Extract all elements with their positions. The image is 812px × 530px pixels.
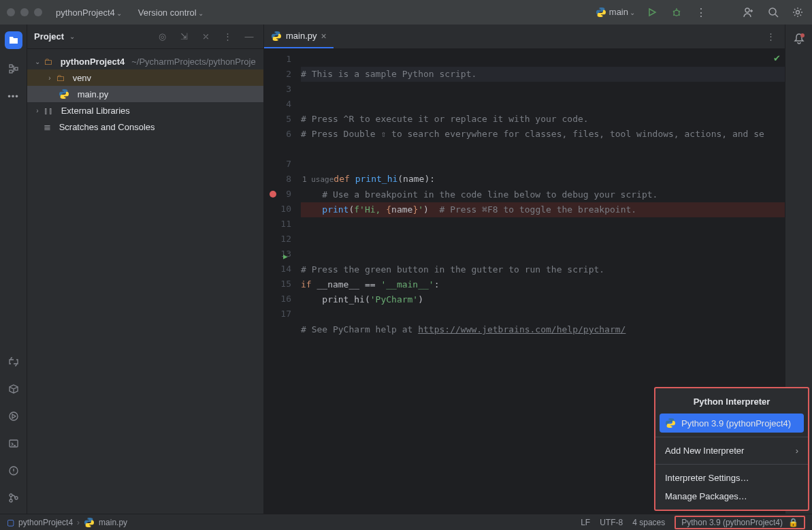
- add-interpreter[interactable]: Add New Interpreter›: [655, 441, 808, 460]
- interpreter-popup: Python Interpreter Python 3.9 (pythonPro…: [654, 387, 809, 511]
- structure-icon[interactable]: [6, 61, 21, 76]
- close-icon[interactable]: ×: [321, 31, 327, 42]
- usage-hint[interactable]: 1 usage: [301, 175, 334, 184]
- lock-icon: 🔒: [788, 518, 798, 527]
- run-icon[interactable]: [645, 5, 660, 20]
- breakpoint-icon[interactable]: [270, 191, 276, 198]
- add-user-icon[interactable]: [741, 5, 756, 20]
- more-icon[interactable]: ⋮: [694, 5, 709, 20]
- project-sidebar: Project⌄ ◎ ⇲ ⤫ ⋮ — ⌄🗀 pythonProject4~/Py…: [27, 25, 264, 514]
- packages-icon[interactable]: [6, 381, 21, 396]
- sidebar-more-icon[interactable]: ⋮: [220, 29, 235, 44]
- tree-ext-libs[interactable]: ›⫿⫿ External Libraries: [27, 102, 263, 119]
- tree-root[interactable]: ⌄🗀 pythonProject4~/PycharmProjects/pytho…: [27, 53, 263, 69]
- vcs-menu[interactable]: Version control⌄: [138, 7, 204, 18]
- project-tree[interactable]: ⌄🗀 pythonProject4~/PycharmProjects/pytho…: [27, 49, 263, 139]
- min-dot[interactable]: [20, 8, 29, 16]
- encoding[interactable]: UTF-8: [600, 518, 623, 527]
- left-toolbar: •••: [0, 25, 27, 514]
- statusbar: ▢pythonProject4› main.py LF UTF-8 4 spac…: [0, 514, 812, 530]
- tab-mainpy[interactable]: main.py×: [264, 25, 334, 48]
- svg-point-3: [796, 11, 800, 14]
- popup-title: Python Interpreter: [655, 392, 808, 414]
- breadcrumb[interactable]: ▢pythonProject4› main.py: [7, 517, 127, 528]
- python-console-icon[interactable]: [6, 354, 21, 369]
- tabs-more-icon[interactable]: ⋮: [763, 29, 778, 44]
- project-tool-icon[interactable]: [5, 31, 22, 49]
- svg-point-0: [674, 10, 679, 16]
- inspection-ok-icon[interactable]: ✔: [773, 53, 781, 63]
- line-sep[interactable]: LF: [581, 518, 590, 527]
- titlebar: pythonProject4⌄ Version control⌄ main⌄ ⋮: [0, 0, 812, 25]
- svg-point-10: [10, 494, 12, 497]
- tree-venv[interactable]: ›🗀 venv: [27, 69, 263, 86]
- interpreter-status[interactable]: Python 3.9 (pythonProject4)🔒: [675, 516, 805, 529]
- problems-icon[interactable]: [6, 463, 21, 478]
- interpreter-settings[interactable]: Interpreter Settings…: [655, 469, 808, 487]
- notifications-icon[interactable]: [792, 31, 807, 46]
- run-gutter-icon[interactable]: ▶: [283, 249, 288, 264]
- more-tools-icon[interactable]: •••: [6, 89, 21, 104]
- tree-scratches[interactable]: ≣ Scratches and Consoles: [27, 119, 263, 135]
- svg-rect-6: [15, 67, 18, 70]
- collapse-icon[interactable]: ⤫: [198, 29, 213, 44]
- close-dot[interactable]: [7, 8, 15, 16]
- sidebar-title: Project: [34, 31, 64, 42]
- max-dot[interactable]: [34, 8, 42, 16]
- git-icon[interactable]: [6, 490, 21, 505]
- svg-point-11: [10, 499, 12, 502]
- interpreter-option-selected[interactable]: Python 3.9 (pythonProject4): [660, 414, 804, 433]
- svg-point-2: [769, 8, 776, 15]
- svg-point-1: [745, 8, 749, 12]
- hide-icon[interactable]: —: [242, 29, 257, 44]
- search-icon[interactable]: [766, 5, 781, 20]
- manage-packages[interactable]: Manage Packages…: [655, 487, 808, 505]
- project-selector[interactable]: pythonProject4⌄: [56, 7, 122, 18]
- debug-icon[interactable]: [669, 5, 684, 20]
- services-icon[interactable]: [6, 409, 21, 424]
- gutter[interactable]: 123456 78 9 101112 ▶13 14151617: [264, 49, 297, 514]
- select-opened-icon[interactable]: ◎: [155, 29, 169, 44]
- run-config[interactable]: main⌄: [596, 7, 635, 18]
- tree-mainpy[interactable]: main.py: [27, 86, 263, 102]
- svg-rect-4: [10, 65, 12, 67]
- window-controls[interactable]: [7, 8, 42, 16]
- indent[interactable]: 4 spaces: [632, 518, 665, 527]
- expand-icon[interactable]: ⇲: [176, 29, 191, 44]
- svg-rect-5: [10, 70, 12, 73]
- terminal-icon[interactable]: [6, 436, 21, 451]
- gear-icon[interactable]: [790, 5, 805, 20]
- editor-tabs: main.py× ⋮: [264, 25, 785, 49]
